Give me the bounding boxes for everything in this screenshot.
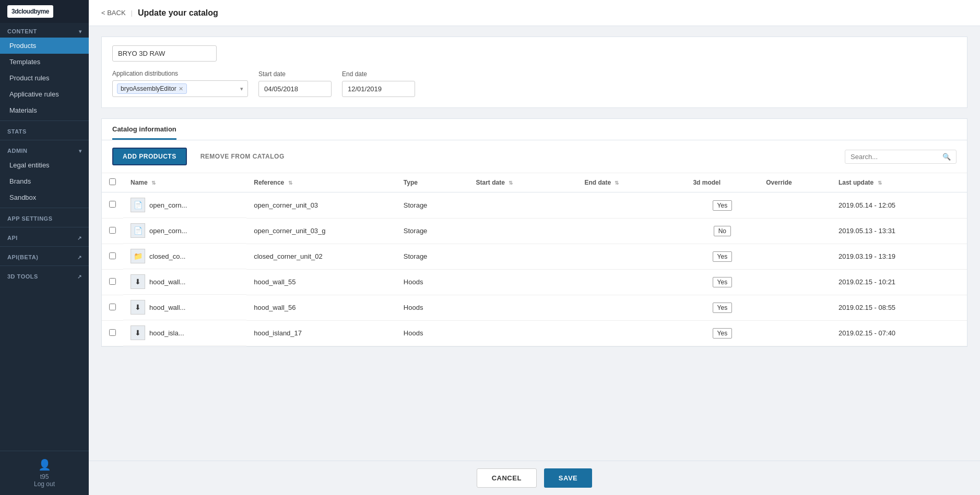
sidebar-section-content: CONTENT ▾ Products Templates Product rul…	[0, 23, 89, 118]
product-name: open_corn...	[149, 227, 187, 235]
row-reference: closed_corner_unit_02	[246, 244, 396, 269]
row-name[interactable]: 📁 closed_co...	[123, 244, 246, 269]
product-thumbnail: 📄	[131, 223, 145, 238]
sidebar-item-products[interactable]: Products	[0, 38, 89, 54]
row-start-date	[468, 192, 577, 219]
app-distributions-input[interactable]: bryoAssemblyEditor ✕ ▾	[112, 80, 248, 97]
row-3d-model: Yes	[686, 192, 759, 219]
row-name[interactable]: ⬇ hood_isla...	[123, 320, 246, 346]
external-link-icon: ↗	[77, 235, 82, 241]
start-date-input[interactable]	[258, 81, 332, 97]
api-label: API	[7, 235, 18, 241]
remove-from-catalog-button[interactable]: REMOVE FROM CATALOG	[193, 149, 292, 164]
user-id: t95	[40, 473, 49, 480]
sidebar-section-admin-header[interactable]: ADMIN ▾	[0, 142, 89, 157]
sidebar-item-product-rules[interactable]: Product rules	[0, 70, 89, 86]
sidebar-item-templates[interactable]: Templates	[0, 54, 89, 70]
dropdown-arrow-icon: ▾	[240, 86, 243, 92]
sidebar-logo: 3dcloudbyme	[0, 0, 89, 23]
sidebar-section-3d-tools: 3D TOOLS ↗	[0, 268, 89, 283]
catalog-name-input[interactable]	[112, 45, 217, 62]
row-start-date	[468, 244, 577, 269]
catalog-info-section: Catalog information ADD PRODUCTS REMOVE …	[101, 118, 967, 347]
row-3d-model: Yes	[686, 244, 759, 269]
column-header-last-update[interactable]: Last update ⇅	[831, 173, 967, 192]
user-icon: 👤	[38, 458, 51, 471]
row-override	[759, 244, 831, 269]
sidebar-section-content-header[interactable]: CONTENT ▾	[0, 23, 89, 38]
row-type: Storage	[396, 192, 469, 219]
bottom-bar: CANCEL SAVE	[89, 461, 980, 495]
sidebar-section-stats-header[interactable]: STATS	[0, 123, 89, 138]
3d-model-badge: Yes	[713, 277, 733, 287]
sidebar-section-api-header[interactable]: API ↗	[0, 230, 89, 244]
column-header-reference[interactable]: Reference ⇅	[246, 173, 396, 192]
row-checkbox[interactable]	[109, 201, 116, 208]
3d-model-badge: Yes	[713, 303, 733, 313]
catalog-toolbar: ADD PRODUCTS REMOVE FROM CATALOG 🔍	[102, 140, 967, 173]
sidebar-item-materials[interactable]: Materials	[0, 102, 89, 118]
distribution-tag: bryoAssemblyEditor ✕	[117, 83, 187, 94]
save-button[interactable]: SAVE	[544, 468, 592, 488]
sidebar-footer[interactable]: 👤 t95 Log out	[0, 451, 89, 495]
back-button[interactable]: < BACK	[101, 9, 126, 17]
end-date-group: End date	[342, 70, 415, 97]
column-header-3d-model: 3d model	[686, 173, 759, 192]
search-input[interactable]	[851, 153, 938, 161]
app-settings-label: APP SETTINGS	[7, 215, 52, 222]
add-products-button[interactable]: ADD PRODUCTS	[112, 148, 187, 165]
row-end-date	[577, 320, 686, 346]
row-checkbox[interactable]	[109, 278, 116, 285]
row-checkbox[interactable]	[109, 227, 116, 234]
sidebar-item-brands[interactable]: Brands	[0, 173, 89, 189]
row-checkbox-cell	[102, 218, 123, 244]
logout-label[interactable]: Log out	[34, 480, 55, 488]
topbar-divider: |	[131, 9, 133, 17]
cancel-button[interactable]: CANCEL	[477, 468, 537, 488]
row-checkbox[interactable]	[109, 252, 116, 259]
row-3d-model: Yes	[686, 320, 759, 346]
sidebar-section-stats: STATS	[0, 123, 89, 138]
row-name[interactable]: ⬇ hood_wall...	[123, 269, 246, 295]
row-3d-model: Yes	[686, 295, 759, 320]
select-all-checkbox[interactable]	[109, 178, 116, 185]
product-name: hood_isla...	[149, 329, 184, 337]
row-name[interactable]: 📄 open_corn...	[123, 192, 246, 218]
tag-remove-icon[interactable]: ✕	[179, 86, 183, 92]
product-name: hood_wall...	[149, 304, 185, 311]
row-3d-model: Yes	[686, 269, 759, 295]
row-reference: hood_wall_55	[246, 269, 396, 295]
row-last-update: 2019.02.15 - 07:40	[831, 320, 967, 346]
row-reference: open_corner_unit_03_g	[246, 218, 396, 244]
app-distributions-label: Application distributions	[112, 70, 248, 77]
column-header-end-date[interactable]: End date ⇅	[577, 173, 686, 192]
product-name: hood_wall...	[149, 278, 185, 286]
start-date-group: Start date	[258, 70, 332, 97]
row-type: Hoods	[396, 269, 469, 295]
row-name[interactable]: 📄 open_corn...	[123, 218, 246, 244]
sidebar-section-3d-tools-header[interactable]: 3D TOOLS ↗	[0, 268, 89, 283]
3d-model-badge: No	[714, 226, 731, 236]
topbar: < BACK | Update your catalog	[89, 0, 980, 26]
3d-model-badge: Yes	[713, 328, 733, 339]
sidebar-section-app-settings-header[interactable]: APP SETTINGS	[0, 210, 89, 225]
row-checkbox-cell	[102, 295, 123, 320]
row-name[interactable]: ⬇ hood_wall...	[123, 295, 246, 320]
row-end-date	[577, 269, 686, 295]
end-date-input[interactable]	[342, 81, 415, 97]
column-header-start-date[interactable]: Start date ⇅	[468, 173, 577, 192]
tab-catalog-information[interactable]: Catalog information	[112, 119, 176, 140]
sidebar-item-legal-entities[interactable]: Legal entities	[0, 157, 89, 173]
sidebar-section-api-beta-header[interactable]: API(BETA) ↗	[0, 249, 89, 263]
row-checkbox-cell	[102, 269, 123, 295]
page-title: Update your catalog	[138, 8, 218, 18]
sidebar-item-sandbox[interactable]: Sandbox	[0, 189, 89, 206]
sidebar-item-applicative-rules[interactable]: Applicative rules	[0, 86, 89, 102]
row-checkbox[interactable]	[109, 304, 116, 310]
sidebar: 3dcloudbyme CONTENT ▾ Products Templates…	[0, 0, 89, 495]
row-checkbox[interactable]	[109, 329, 116, 336]
column-header-type: Type	[396, 173, 469, 192]
row-type: Storage	[396, 218, 469, 244]
column-header-name[interactable]: Name ⇅	[123, 173, 246, 192]
table-row: ⬇ hood_wall... hood_wall_55 Hoods Yes 20…	[102, 269, 967, 295]
